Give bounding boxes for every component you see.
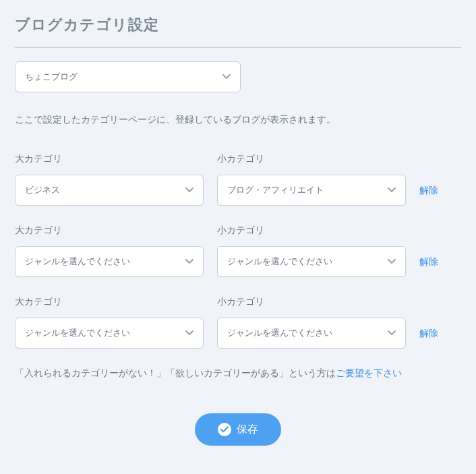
small-category-value: ジャンルを選んでください xyxy=(227,256,332,268)
chevron-down-icon xyxy=(388,330,396,336)
small-category-field: 小カテゴリ ジャンルを選んでください xyxy=(217,225,406,277)
category-row: 大カテゴリ ジャンルを選んでください 小カテゴリ ジャンルを選んでください 解除 xyxy=(15,225,461,277)
big-category-label: 大カテゴリ xyxy=(15,153,204,165)
category-row: 大カテゴリ ジャンルを選んでください 小カテゴリ ジャンルを選んでください 解除 xyxy=(15,296,461,349)
chevron-down-icon xyxy=(388,187,396,193)
request-text: 「入れられるカテゴリーがない！」「欲しいカテゴリーがある」という方はご要望を下さ… xyxy=(15,367,461,380)
big-category-field: 大カテゴリ ジャンルを選んでください xyxy=(15,296,204,349)
big-category-value: ジャンルを選んでください xyxy=(25,327,130,339)
small-category-label: 小カテゴリ xyxy=(217,153,406,165)
chevron-down-icon xyxy=(185,187,194,193)
chevron-down-icon xyxy=(222,74,231,80)
big-category-select[interactable]: ジャンルを選んでください xyxy=(15,318,204,349)
blog-select[interactable]: ちょこブログ xyxy=(15,61,241,92)
save-button[interactable]: 保存 xyxy=(195,413,281,446)
big-category-label: 大カテゴリ xyxy=(15,296,204,308)
chevron-down-icon xyxy=(388,259,396,264)
clear-link[interactable]: 解除 xyxy=(419,256,438,277)
big-category-label: 大カテゴリ xyxy=(15,225,204,237)
request-prefix: 「入れられるカテゴリーがない！」「欲しいカテゴリーがある」という方は xyxy=(15,367,336,378)
small-category-label: 小カテゴリ xyxy=(217,225,406,237)
small-category-field: 小カテゴリ ジャンルを選んでください xyxy=(217,296,406,349)
small-category-select[interactable]: ジャンルを選んでください xyxy=(217,246,406,277)
save-button-label: 保存 xyxy=(237,423,258,437)
divider xyxy=(15,47,461,48)
check-circle-icon xyxy=(218,423,231,436)
big-category-value: ジャンルを選んでください xyxy=(25,256,130,268)
small-category-select[interactable]: ブログ・アフィリエイト xyxy=(217,175,406,206)
big-category-select[interactable]: ジャンルを選んでください xyxy=(15,246,204,277)
small-category-field: 小カテゴリ ブログ・アフィリエイト xyxy=(217,153,406,206)
small-category-label: 小カテゴリ xyxy=(217,296,406,308)
clear-link[interactable]: 解除 xyxy=(419,328,438,349)
big-category-value: ビジネス xyxy=(25,184,60,196)
blog-select-value: ちょこブログ xyxy=(25,71,78,83)
big-category-select[interactable]: ビジネス xyxy=(15,175,204,206)
save-row: 保存 xyxy=(15,413,461,446)
request-link[interactable]: ご要望を下さい xyxy=(336,367,402,378)
small-category-select[interactable]: ジャンルを選んでください xyxy=(217,318,406,349)
clear-link[interactable]: 解除 xyxy=(419,185,438,206)
small-category-value: ジャンルを選んでください xyxy=(227,327,332,339)
big-category-field: 大カテゴリ ジャンルを選んでください xyxy=(15,225,204,277)
big-category-field: 大カテゴリ ビジネス xyxy=(15,153,204,206)
chevron-down-icon xyxy=(185,330,194,336)
chevron-down-icon xyxy=(185,259,194,264)
category-row: 大カテゴリ ビジネス 小カテゴリ ブログ・アフィリエイト 解除 xyxy=(15,153,461,206)
page-title: ブログカテゴリ設定 xyxy=(15,15,461,35)
description-text: ここで設定したカテゴリーページに、登録しているブログが表示されます。 xyxy=(15,114,461,126)
small-category-value: ブログ・アフィリエイト xyxy=(227,184,324,196)
